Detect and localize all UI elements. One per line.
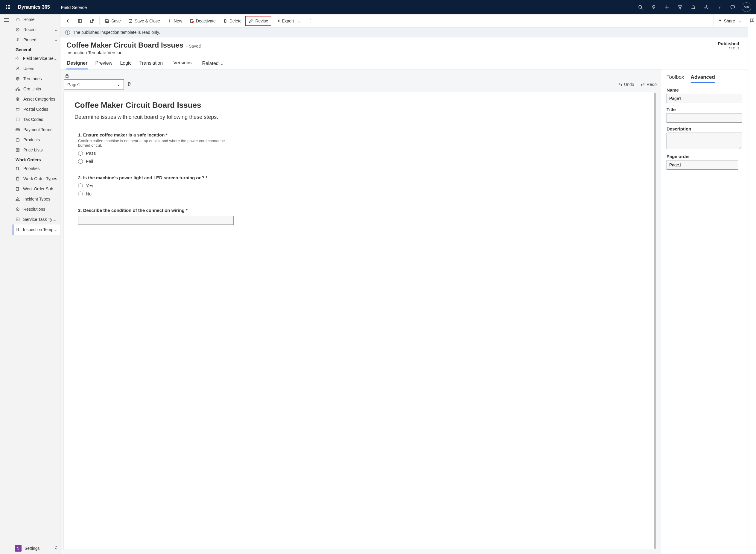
- nav-products[interactable]: Products: [12, 135, 60, 145]
- nav-territories[interactable]: Territories: [12, 74, 60, 84]
- nav-priorities[interactable]: Priorities: [12, 163, 60, 174]
- panel-tab-toolbox[interactable]: Toolbox: [667, 74, 684, 82]
- option-yes[interactable]: Yes: [78, 183, 643, 188]
- tab-preview[interactable]: Preview: [94, 59, 113, 69]
- field-label-pageorder: Page order: [667, 154, 742, 159]
- revise-button[interactable]: Revise: [245, 16, 271, 26]
- nav-recent[interactable]: Recent ⌄: [12, 24, 60, 35]
- nav-users[interactable]: Users: [12, 63, 60, 74]
- search-icon[interactable]: [634, 0, 647, 14]
- nav-price-lists[interactable]: Price Lists: [12, 145, 60, 155]
- title-input[interactable]: [667, 113, 742, 123]
- delete-page-button[interactable]: [127, 82, 132, 88]
- area-switcher[interactable]: S Settings: [12, 542, 60, 554]
- form-tabs: Designer Preview Logic Translation Versi…: [60, 55, 748, 69]
- lightbulb-icon[interactable]: [647, 0, 660, 14]
- nav-home[interactable]: Home: [12, 14, 60, 24]
- chevron-down-icon: ⌄: [298, 18, 301, 23]
- save-close-button[interactable]: Save & Close: [125, 16, 163, 26]
- nav-wo-types[interactable]: Work Order Types: [12, 174, 60, 184]
- tab-versions[interactable]: Versions: [170, 59, 195, 69]
- undo-label: Undo: [624, 82, 634, 87]
- option-no[interactable]: No: [78, 191, 643, 196]
- module-name[interactable]: Field Service: [59, 5, 89, 10]
- page-selector[interactable]: Page1 ⌄: [64, 79, 124, 90]
- tab-related[interactable]: Related⌄: [202, 59, 225, 69]
- back-button[interactable]: [62, 16, 74, 26]
- tab-label: Related: [202, 61, 219, 66]
- tab-translation[interactable]: Translation: [139, 59, 164, 69]
- record-set-button[interactable]: [74, 16, 85, 26]
- user-avatar[interactable]: MA: [742, 2, 751, 12]
- nav-org-units[interactable]: Org Units: [12, 84, 60, 94]
- text-answer-input[interactable]: [78, 216, 234, 225]
- designer-canvas[interactable]: Coffee Maker Circuit Board Issues Determ…: [63, 92, 654, 550]
- description-input[interactable]: [667, 132, 742, 149]
- product-brand[interactable]: Dynamics 365: [14, 4, 54, 10]
- sitemap-toggle[interactable]: [0, 14, 12, 554]
- help-icon[interactable]: [713, 0, 726, 14]
- svg-point-9: [639, 5, 642, 8]
- nav-service-task-types[interactable]: Service Task Types: [12, 214, 60, 224]
- saved-indicator: - Saved: [186, 44, 201, 49]
- svg-rect-2: [9, 5, 10, 6]
- nav-label: Work Order Types: [23, 176, 57, 181]
- undo-button[interactable]: Undo: [618, 82, 634, 87]
- assistant-icon[interactable]: [726, 0, 739, 14]
- redo-button[interactable]: Redo: [641, 82, 657, 87]
- option-fail[interactable]: Fail: [78, 159, 643, 164]
- gear-icon[interactable]: [700, 0, 713, 14]
- filter-icon[interactable]: [674, 0, 687, 14]
- more-vertical-icon: [308, 18, 313, 23]
- tab-designer[interactable]: Designer: [66, 59, 88, 69]
- popout-button[interactable]: [86, 16, 98, 26]
- question-3[interactable]: 3. Describe the condition of the connect…: [74, 208, 643, 225]
- pageorder-input[interactable]: [667, 160, 738, 170]
- chevron-updown-icon: [55, 546, 58, 551]
- nav-inspection-templates[interactable]: Inspection Templa...: [12, 224, 60, 235]
- svg-rect-7: [8, 8, 9, 9]
- clipboard-icon: [15, 177, 20, 181]
- side-panel-icon[interactable]: [750, 18, 755, 24]
- nav-payment-terms[interactable]: Payment Terms: [12, 124, 60, 135]
- panel-tab-advanced[interactable]: Advanced: [691, 74, 715, 82]
- save-button[interactable]: Save: [102, 16, 124, 26]
- plus-icon[interactable]: [660, 0, 674, 14]
- svg-point-11: [652, 5, 655, 8]
- nav-pinned[interactable]: Pinned ⌄: [12, 35, 60, 45]
- delete-button[interactable]: Delete: [219, 16, 245, 26]
- field-label-name: Name: [667, 88, 742, 93]
- svg-point-58: [311, 21, 311, 21]
- nav-incident-types[interactable]: Incident Types: [12, 194, 60, 204]
- name-input[interactable]: [667, 94, 742, 103]
- nav-field-service-settings[interactable]: Field Service Setti...: [12, 53, 60, 63]
- svg-rect-45: [16, 228, 18, 231]
- tab-logic[interactable]: Logic: [119, 59, 132, 69]
- nav-label: Territories: [23, 76, 42, 81]
- nav-tax-codes[interactable]: Tax Codes: [12, 114, 60, 124]
- app-launcher-icon[interactable]: [2, 5, 14, 10]
- export-button[interactable]: Export⌄: [272, 16, 304, 26]
- notice-text: The published inspection template is rea…: [73, 30, 160, 35]
- svg-rect-31: [16, 118, 19, 121]
- overflow-button[interactable]: [305, 16, 317, 26]
- option-label: Fail: [86, 159, 93, 164]
- nav-resolutions[interactable]: Resolutions: [12, 204, 60, 214]
- svg-rect-60: [66, 75, 68, 77]
- deactivate-button[interactable]: Deactivate: [186, 16, 219, 26]
- new-button[interactable]: New: [164, 16, 186, 26]
- canvas-scrollbar[interactable]: [654, 93, 656, 549]
- share-button[interactable]: Share ⌄: [713, 14, 746, 27]
- svg-rect-61: [750, 19, 754, 21]
- nav-label: Recent: [23, 27, 37, 32]
- question-2[interactable]: 2. Is the machine's power light and LED …: [74, 175, 643, 196]
- nav-postal-codes[interactable]: Postal Codes: [12, 104, 60, 114]
- nav-asset-categories[interactable]: Asset Categories: [12, 94, 60, 104]
- option-pass[interactable]: Pass: [78, 151, 643, 156]
- home-icon: [15, 17, 20, 21]
- nav-wo-subst[interactable]: Work Order Subst...: [12, 184, 60, 194]
- question-1[interactable]: 1. Ensure coffee maker is a safe locatio…: [74, 132, 643, 164]
- clock-icon: [15, 27, 20, 32]
- bell-icon[interactable]: [687, 0, 700, 14]
- area-badge: S: [15, 545, 21, 552]
